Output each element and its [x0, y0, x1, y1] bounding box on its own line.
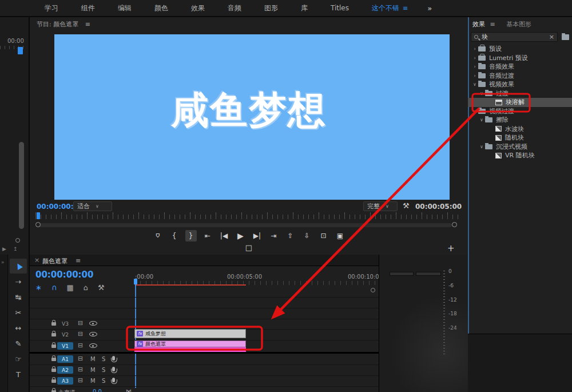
- pen-tool[interactable]: ✎: [10, 336, 27, 351]
- expander-icon[interactable]: ∨: [478, 144, 485, 149]
- mark-out-icon[interactable]: }: [185, 230, 197, 241]
- workspace-tab-active[interactable]: 这个不错≡: [360, 3, 419, 13]
- source-scrollbar[interactable]: [19, 142, 24, 229]
- add-marker-icon[interactable]: ⌂: [84, 283, 88, 292]
- playback-resolution-dropdown[interactable]: 完整 ∨: [363, 201, 398, 211]
- effects-tree-item-12[interactable]: VR 随机块: [468, 151, 572, 160]
- go-to-out-icon[interactable]: ⇥: [268, 230, 280, 241]
- new-custom-bin-icon[interactable]: [562, 34, 569, 40]
- mic-icon[interactable]: [112, 356, 115, 361]
- lift-icon[interactable]: ⇧: [285, 230, 296, 241]
- export-frame-icon[interactable]: ⊡: [318, 230, 329, 241]
- linked-selection-icon[interactable]: ▦: [66, 283, 73, 292]
- slip-tool[interactable]: ↔: [10, 320, 27, 335]
- razor-tool[interactable]: ✂: [10, 305, 27, 320]
- source-scroll-knob[interactable]: [15, 238, 20, 243]
- workspace-overflow-icon[interactable]: »: [427, 4, 432, 13]
- workspace-tab-组件[interactable]: 组件: [70, 3, 106, 13]
- effects-tree-item-11[interactable]: ∨沉浸式视频: [468, 142, 572, 152]
- effects-tree-item-10[interactable]: 随机块: [468, 133, 572, 142]
- step-forward-icon[interactable]: ▶|: [252, 230, 263, 241]
- compare-view-icon[interactable]: ▣: [335, 230, 346, 241]
- workspace-tab-图形[interactable]: 图形: [253, 3, 289, 13]
- play-around-icon[interactable]: ▶: [2, 246, 6, 252]
- source-routing-icon[interactable]: ⊟: [78, 355, 83, 362]
- clip-video-title[interactable]: fx咸鱼梦想: [134, 329, 246, 338]
- ripple-edit-tool[interactable]: ↹: [10, 290, 27, 304]
- mic-icon[interactable]: [112, 367, 115, 371]
- zoom-level-dropdown[interactable]: 适合 ∨: [73, 201, 112, 211]
- expander-icon[interactable]: ∨: [471, 109, 478, 114]
- step-back-icon[interactable]: |◀: [219, 230, 230, 241]
- timeline-scroll-knob[interactable]: [371, 288, 375, 292]
- expander-icon[interactable]: ›: [471, 56, 478, 61]
- timeline-settings-icon[interactable]: ⚒: [98, 283, 105, 292]
- expander-icon[interactable]: ∨: [471, 82, 478, 87]
- timeline-tab-title[interactable]: 颜色遮罩: [42, 257, 67, 266]
- zoom-scroll-knob-right[interactable]: [452, 222, 457, 227]
- add-marker-icon[interactable]: ⌂: [152, 230, 164, 241]
- effects-tree-item-4[interactable]: ∨视频效果: [468, 80, 572, 89]
- source-routing-icon[interactable]: ⊟: [78, 366, 83, 373]
- panel-menu-icon[interactable]: ≡: [85, 21, 90, 28]
- effects-tree-item-3[interactable]: ›音频过渡: [468, 72, 572, 81]
- tab-effects[interactable]: 效果: [472, 21, 485, 28]
- effects-tree-item-2[interactable]: ›音频效果: [468, 62, 572, 72]
- selection-tool[interactable]: ▶: [10, 259, 27, 274]
- effects-tree-item-0[interactable]: ›预设: [468, 45, 572, 54]
- expander-icon[interactable]: ›: [471, 46, 478, 52]
- program-panel-title[interactable]: 节目: 颜色遮罩 ≡: [37, 20, 90, 29]
- effects-search-input[interactable]: 块 ×: [471, 32, 558, 42]
- track-visibility-eye-icon[interactable]: [89, 321, 97, 326]
- expander-icon[interactable]: ›: [471, 64, 478, 69]
- go-to-in-icon[interactable]: ⇤: [202, 230, 213, 241]
- lock-icon[interactable]: [51, 369, 56, 372]
- effects-tree-item-1[interactable]: ›Lumetri 预设: [468, 54, 572, 63]
- source-playhead[interactable]: [18, 47, 23, 54]
- workspace-tab-编辑[interactable]: 编辑: [106, 3, 143, 13]
- effects-tree-item-6[interactable]: 块溶解: [468, 98, 572, 107]
- solo-button[interactable]: S: [102, 378, 105, 384]
- effects-tree-item-9[interactable]: 水波块: [468, 125, 572, 134]
- type-tool[interactable]: T: [10, 367, 27, 382]
- source-routing-icon[interactable]: ⊟: [78, 342, 83, 349]
- lock-icon[interactable]: [51, 322, 56, 326]
- lock-icon[interactable]: [51, 333, 56, 336]
- lock-icon[interactable]: [51, 358, 56, 361]
- source-routing-icon[interactable]: ⊟: [78, 330, 83, 338]
- insert-nest-sequence-icon[interactable]: ∗: [35, 283, 42, 292]
- zoom-scroll-knob-left[interactable]: [35, 222, 41, 227]
- monitor-settings-wrench-icon[interactable]: ⚒: [403, 201, 410, 210]
- solo-button[interactable]: S: [102, 356, 105, 362]
- workspace-tab-Titles[interactable]: Titles: [319, 4, 360, 12]
- source-routing-icon[interactable]: ⊟: [78, 377, 83, 384]
- source-routing-icon[interactable]: ⊟: [78, 319, 83, 327]
- hand-tool[interactable]: ☞: [10, 351, 27, 366]
- panel-menu-icon[interactable]: ≡: [76, 257, 81, 264]
- track-select-forward-tool[interactable]: ⇢: [10, 274, 27, 289]
- workspace-tab-颜色[interactable]: 颜色: [143, 3, 180, 13]
- effects-tree-item-7[interactable]: ∨视频过渡: [468, 107, 572, 116]
- tab-essential-graphics[interactable]: 基本图形: [506, 21, 531, 28]
- solo-button[interactable]: S: [102, 367, 105, 373]
- extract-icon[interactable]: ⇩: [301, 230, 313, 241]
- track-badge-A2[interactable]: A2: [57, 366, 73, 374]
- expander-icon[interactable]: ›: [471, 73, 478, 78]
- effects-tree-item-8[interactable]: ∨擦除: [468, 116, 572, 125]
- track-visibility-eye-icon[interactable]: [89, 343, 97, 348]
- program-zoom-scrollbar[interactable]: [39, 223, 452, 227]
- workspace-tab-音频[interactable]: 音频: [216, 3, 253, 13]
- lock-icon[interactable]: [51, 379, 56, 383]
- track-badge-V1[interactable]: V1: [57, 342, 73, 350]
- clip-color-matte[interactable]: fx颜色遮罩: [134, 340, 246, 347]
- expander-icon[interactable]: ∨: [478, 91, 485, 96]
- panel-menu-icon[interactable]: ≡: [490, 21, 495, 28]
- safe-margins-button[interactable]: □: [245, 243, 252, 252]
- chevron-right-icon[interactable]: »: [1, 259, 5, 265]
- track-badge-A1[interactable]: A1: [57, 355, 73, 363]
- program-playhead[interactable]: [37, 212, 40, 219]
- expander-icon[interactable]: ∨: [478, 117, 485, 122]
- play-icon[interactable]: ▶: [235, 230, 247, 241]
- button-editor-add-button[interactable]: +: [447, 243, 455, 254]
- clip-color-matte-strip[interactable]: [134, 347, 246, 352]
